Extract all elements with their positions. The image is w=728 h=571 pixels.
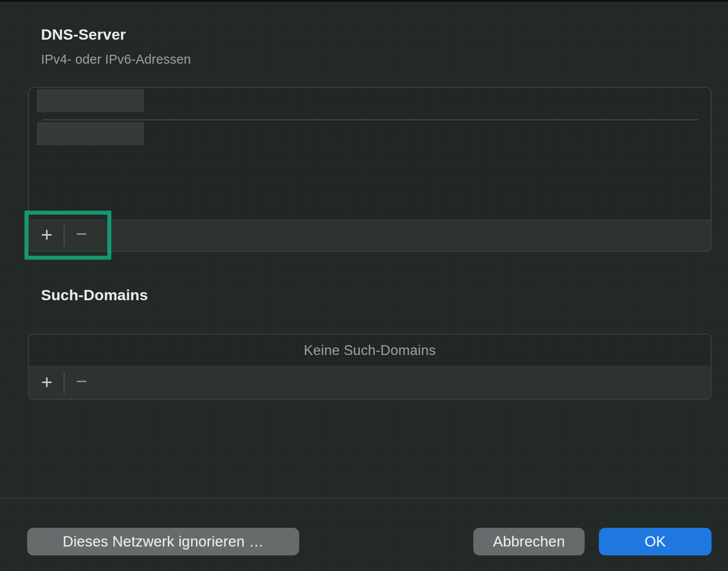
dns-server-entry-2-redacted[interactable] [37, 122, 144, 145]
search-domains-add-button[interactable]: + [34, 371, 59, 396]
ignore-network-button[interactable]: Dieses Netzwerk ignorieren … [27, 528, 299, 555]
controls-divider [64, 225, 65, 246]
dns-server-controls-bar: + − [29, 220, 711, 251]
dns-row-divider [42, 119, 698, 120]
ok-button[interactable]: OK [599, 528, 712, 555]
window-top-edge [0, 0, 728, 2]
search-domains-controls-bar: + − [29, 366, 711, 399]
dns-server-entry-1-redacted[interactable] [37, 89, 144, 112]
plus-icon: + [41, 225, 53, 245]
minus-icon: − [76, 371, 87, 391]
search-domains-list-area: Keine Such-Domains [29, 334, 711, 367]
dns-remove-button[interactable]: − [69, 223, 94, 248]
footer-divider [0, 498, 728, 499]
dns-server-section-subtitle: IPv4- oder IPv6-Adressen [41, 52, 191, 67]
search-domains-remove-button[interactable]: − [69, 371, 94, 396]
search-domains-section-title: Such-Domains [41, 286, 148, 304]
minus-icon: − [76, 224, 87, 244]
dns-settings-dialog: DNS-Server IPv4- oder IPv6-Adressen + − … [0, 0, 728, 571]
controls-divider [64, 372, 65, 394]
dns-server-list-area [29, 88, 711, 220]
cancel-button[interactable]: Abbrechen [473, 528, 585, 555]
plus-icon: + [41, 372, 53, 392]
dns-add-button[interactable]: + [34, 223, 59, 248]
dns-server-list: + − [28, 87, 712, 252]
dns-server-section-title: DNS-Server [41, 26, 126, 43]
search-domains-empty-message: Keine Such-Domains [304, 343, 436, 359]
search-domains-list: Keine Such-Domains + − [28, 334, 712, 400]
